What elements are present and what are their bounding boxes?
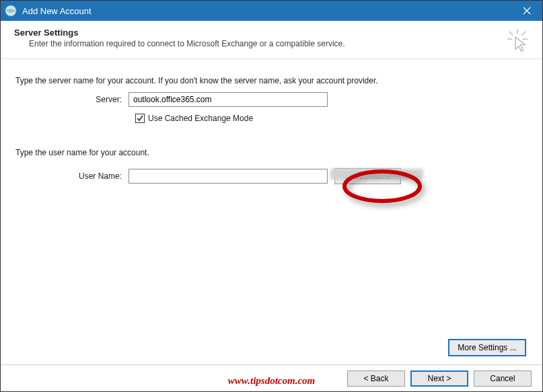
page-title: Server Settings xyxy=(14,28,498,38)
page-subtitle: Enter the information required to connec… xyxy=(14,39,498,48)
cancel-button[interactable]: Cancel xyxy=(474,370,532,387)
content-area: Type the server name for your account. I… xyxy=(1,59,542,191)
cached-exchange-row[interactable]: Use Cached Exchange Mode xyxy=(135,114,529,123)
cursor-click-icon xyxy=(505,28,530,53)
username-field-row: User Name: Check Name xyxy=(15,168,529,184)
user-instructions: Type the user name for your account. xyxy=(15,147,379,159)
wizard-header: Server Settings Enter the information re… xyxy=(1,21,542,59)
titlebar: Add New Account xyxy=(1,1,542,21)
more-settings-button[interactable]: More Settings ... xyxy=(448,339,526,356)
window-title: Add New Account xyxy=(22,6,511,16)
back-button[interactable]: < Back xyxy=(347,370,405,387)
server-label: Server: xyxy=(15,95,129,104)
close-button[interactable] xyxy=(511,1,542,21)
wizard-bottom-bar: < Back Next > Cancel xyxy=(1,364,542,391)
checkbox-checked-icon[interactable] xyxy=(135,114,145,123)
svg-line-4 xyxy=(509,32,513,36)
username-label: User Name: xyxy=(15,171,129,181)
cached-exchange-label: Use Cached Exchange Mode xyxy=(148,114,253,123)
username-input[interactable] xyxy=(129,169,328,184)
app-icon xyxy=(5,5,17,17)
server-input[interactable] xyxy=(129,92,328,107)
svg-line-5 xyxy=(522,32,526,36)
next-button[interactable]: Next > xyxy=(410,370,468,387)
server-instructions: Type the server name for your account. I… xyxy=(15,75,379,87)
blurred-username xyxy=(330,169,423,180)
server-field-row: Server: xyxy=(15,92,529,107)
